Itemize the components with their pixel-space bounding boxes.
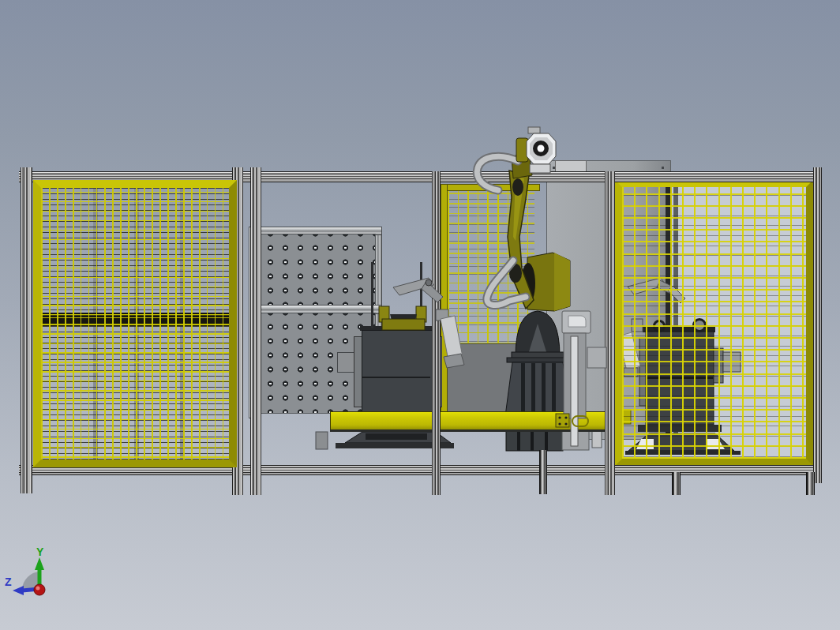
bolt <box>564 416 567 418</box>
origin-sphere <box>34 584 45 595</box>
z-axis-arrowhead <box>13 586 24 595</box>
origin-highlight <box>36 587 40 591</box>
actuator-slide-bar[interactable] <box>571 336 578 446</box>
cad-viewport[interactable]: Y Z <box>0 0 840 630</box>
actuator-side-block <box>587 347 606 368</box>
feeder-neck <box>530 164 550 173</box>
robot-and-fixtures[interactable] <box>0 0 840 630</box>
robot-base-facet <box>554 253 570 311</box>
orientation-triad[interactable]: Y Z <box>3 548 82 627</box>
clamp-pivot <box>426 279 432 286</box>
feeder-hole <box>538 145 545 152</box>
y-axis-arrowhead <box>35 557 44 570</box>
z-axis-label: Z <box>5 576 12 588</box>
fixture-base <box>382 319 425 330</box>
feeder-cap <box>528 127 540 133</box>
beam-bolt-plate <box>556 414 569 427</box>
y-axis-label: Y <box>36 548 44 558</box>
cylinder-flange <box>444 354 464 368</box>
robot-joint-disc <box>512 178 523 196</box>
guide-rod <box>371 262 373 328</box>
bolt <box>558 422 561 425</box>
bolt <box>564 422 567 425</box>
actuator-notch <box>568 316 586 327</box>
bolt <box>558 416 561 418</box>
